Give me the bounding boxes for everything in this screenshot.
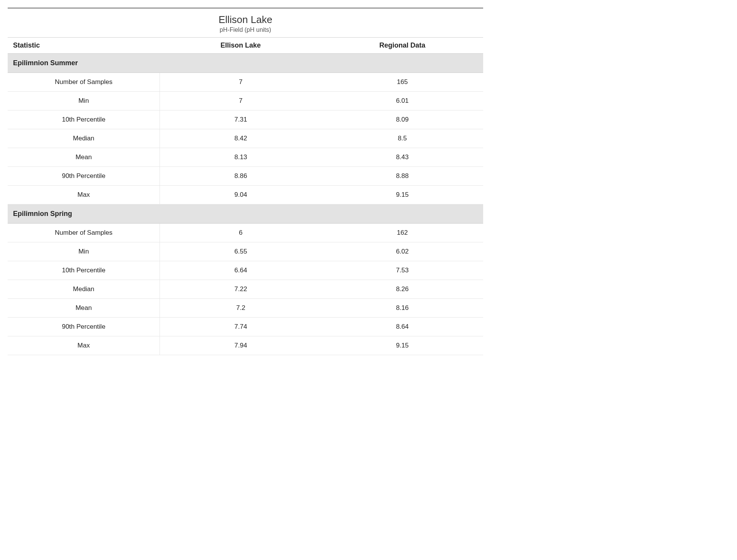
region-value-cell: 7.53 <box>321 261 483 280</box>
table-body: Epilimnion SummerNumber of Samples7165Mi… <box>8 54 483 355</box>
lake-value-cell: 7.2 <box>160 299 322 318</box>
lake-value-cell: 7.94 <box>160 336 322 355</box>
table-row: Max7.949.15 <box>8 336 483 355</box>
col-header-statistic: Statistic <box>8 38 160 54</box>
stat-name-cell: Min <box>8 242 160 261</box>
col-header-region: Regional Data <box>321 38 483 54</box>
region-value-cell: 165 <box>321 73 483 92</box>
stat-name-cell: Mean <box>8 148 160 167</box>
stat-name-cell: 90th Percentile <box>8 318 160 336</box>
table-row: Median8.428.5 <box>8 129 483 148</box>
lake-value-cell: 7 <box>160 73 322 92</box>
region-value-cell: 8.26 <box>321 280 483 299</box>
region-value-cell: 8.09 <box>321 110 483 129</box>
lake-value-cell: 8.86 <box>160 167 322 186</box>
stat-name-cell: 90th Percentile <box>8 167 160 186</box>
lake-value-cell: 7.22 <box>160 280 322 299</box>
table-title: Ellison Lake <box>8 8 483 26</box>
stat-name-cell: Mean <box>8 299 160 318</box>
region-value-cell: 8.16 <box>321 299 483 318</box>
table-row: Mean7.28.16 <box>8 299 483 318</box>
region-value-cell: 8.88 <box>321 167 483 186</box>
lake-value-cell: 7.74 <box>160 318 322 336</box>
region-value-cell: 9.15 <box>321 186 483 204</box>
section-header: Epilimnion Summer <box>8 54 483 73</box>
lake-value-cell: 8.42 <box>160 129 322 148</box>
lake-value-cell: 6.64 <box>160 261 322 280</box>
stat-name-cell: Max <box>8 186 160 204</box>
stat-name-cell: Number of Samples <box>8 224 160 242</box>
table-row: Number of Samples7165 <box>8 73 483 92</box>
table-row: Number of Samples6162 <box>8 224 483 242</box>
stat-name-cell: 10th Percentile <box>8 110 160 129</box>
stat-name-cell: Max <box>8 336 160 355</box>
table-row: Median7.228.26 <box>8 280 483 299</box>
stat-name-cell: Number of Samples <box>8 73 160 92</box>
lake-value-cell: 9.04 <box>160 186 322 204</box>
table-row: Min6.556.02 <box>8 242 483 261</box>
region-value-cell: 8.43 <box>321 148 483 167</box>
table-row: Mean8.138.43 <box>8 148 483 167</box>
section-header: Epilimnion Spring <box>8 204 483 224</box>
table-row: Max9.049.15 <box>8 186 483 204</box>
region-value-cell: 162 <box>321 224 483 242</box>
stat-name-cell: Median <box>8 129 160 148</box>
region-value-cell: 8.5 <box>321 129 483 148</box>
region-value-cell: 6.01 <box>321 92 483 110</box>
lake-value-cell: 6 <box>160 224 322 242</box>
stat-name-cell: 10th Percentile <box>8 261 160 280</box>
table-row: 90th Percentile7.748.64 <box>8 318 483 336</box>
stat-name-cell: Min <box>8 92 160 110</box>
lake-value-cell: 8.13 <box>160 148 322 167</box>
lake-value-cell: 6.55 <box>160 242 322 261</box>
table-row: 10th Percentile7.318.09 <box>8 110 483 129</box>
region-value-cell: 9.15 <box>321 336 483 355</box>
table-subtitle: pH-Field (pH units) <box>8 26 483 38</box>
region-value-cell: 6.02 <box>321 242 483 261</box>
table-row: Min76.01 <box>8 92 483 110</box>
table-row: 10th Percentile6.647.53 <box>8 261 483 280</box>
lake-value-cell: 7.31 <box>160 110 322 129</box>
lake-value-cell: 7 <box>160 92 322 110</box>
table-row: 90th Percentile8.868.88 <box>8 167 483 186</box>
col-header-lake: Ellison Lake <box>160 38 322 54</box>
stat-name-cell: Median <box>8 280 160 299</box>
region-value-cell: 8.64 <box>321 318 483 336</box>
statistics-table: Ellison Lake pH-Field (pH units) Statist… <box>8 8 483 355</box>
